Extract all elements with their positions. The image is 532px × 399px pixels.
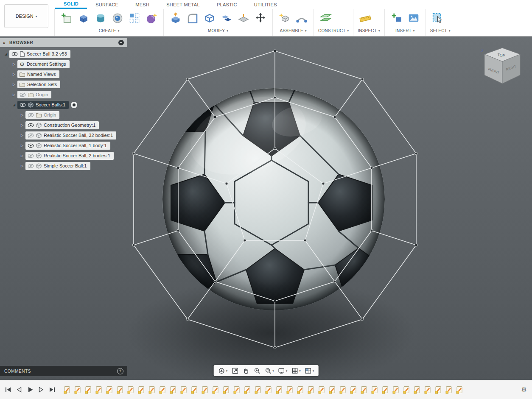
canvas-button[interactable] <box>406 10 421 26</box>
group-label-create[interactable]: CREATE▾ <box>59 27 159 33</box>
group-label-construct[interactable]: CONSTRUCT▾ <box>318 27 349 33</box>
timeline-feature-icon[interactable] <box>95 386 102 394</box>
visibility-eye-icon[interactable] <box>11 52 18 56</box>
timeline-feature-icon[interactable] <box>318 386 325 394</box>
timeline-feature-icon[interactable] <box>435 386 442 394</box>
browser-row[interactable]: ▷ Selection Sets <box>0 79 127 89</box>
timeline-feature-icon[interactable] <box>329 386 336 394</box>
timeline-feature-icon[interactable] <box>308 386 314 394</box>
browser-item-chip[interactable]: Soccer Ball 3.2 v53 <box>9 50 70 58</box>
browser-row[interactable]: ▷ Named Views <box>0 69 127 79</box>
joint-button[interactable] <box>294 10 309 26</box>
shell-button[interactable] <box>202 10 217 26</box>
timeline-feature-icon[interactable] <box>255 386 261 394</box>
tree-expander-icon[interactable]: ▷ <box>11 73 17 76</box>
timeline-feature-icon[interactable] <box>265 386 272 394</box>
measure-button[interactable] <box>358 10 373 26</box>
timeline-feature-icon[interactable] <box>170 386 176 394</box>
activate-component-radio[interactable] <box>71 102 77 108</box>
visibility-eye-off-icon[interactable] <box>28 113 34 117</box>
minimize-panel-icon[interactable]: − <box>118 40 124 45</box>
browser-row[interactable]: ▷ Construction Geometry:1 <box>0 120 127 130</box>
timeline-feature-icon[interactable] <box>223 386 230 394</box>
timeline-feature-icon[interactable] <box>403 386 410 394</box>
step-forward-button[interactable] <box>36 385 46 394</box>
soccer-ball-model[interactable] <box>162 83 385 310</box>
select-button[interactable] <box>430 10 445 26</box>
visibility-eye-icon[interactable] <box>20 103 26 107</box>
browser-item-chip[interactable]: Realistic Soccer Ball, 32 bodies:1 <box>25 131 116 140</box>
browser-item-chip[interactable]: Soccer Balls:1 <box>17 101 69 109</box>
sphere-button[interactable] <box>110 10 125 26</box>
timeline-feature-icon[interactable] <box>191 386 198 394</box>
tab-utilities[interactable]: UTILITIES <box>246 0 286 9</box>
group-label-inspect[interactable]: INSPECT▾ <box>358 27 380 33</box>
timeline-feature-icon[interactable] <box>233 386 240 394</box>
tree-expander-icon[interactable]: ▷ <box>19 144 25 148</box>
add-comment-icon[interactable]: + <box>117 368 123 374</box>
browser-item-chip[interactable]: Origin <box>25 111 59 119</box>
look-at-button[interactable] <box>230 365 240 376</box>
group-label-modify[interactable]: MODIFY▾ <box>168 27 268 33</box>
tree-expander-icon[interactable]: ▷ <box>11 83 17 86</box>
collapse-panel-icon[interactable]: « <box>0 40 8 45</box>
group-label-assemble[interactable]: ASSEMBLE▾ <box>277 27 309 33</box>
tree-expander-icon[interactable]: ▷ <box>11 62 17 66</box>
browser-row[interactable]: ▷ Origin <box>0 110 127 120</box>
timeline-feature-icon[interactable] <box>445 386 452 394</box>
timeline-settings-gear-icon[interactable]: ⚙ <box>521 386 527 393</box>
pattern-button[interactable] <box>127 10 142 26</box>
tree-expander-icon[interactable]: ▷ <box>19 134 25 137</box>
timeline-feature-icon[interactable] <box>424 386 431 394</box>
view-cube[interactable]: Z TOP FRONT RIGHT <box>478 43 529 89</box>
pan-button[interactable] <box>241 365 251 376</box>
browser-header[interactable]: « BROWSER − <box>0 38 127 47</box>
browser-item-chip[interactable]: Selection Sets <box>17 81 60 88</box>
group-label-select[interactable]: SELECT▾ <box>430 27 451 33</box>
timeline-feature-icon[interactable] <box>382 386 389 394</box>
zoom-window-button[interactable]: ▾ <box>263 365 276 376</box>
viewport-3d[interactable]: Z TOP FRONT RIGHT « BROWSER − ◢ Soccer B… <box>0 36 532 380</box>
play-button[interactable] <box>25 385 35 394</box>
timeline-feature-icon[interactable] <box>244 386 251 394</box>
construct-plane-button[interactable] <box>318 10 333 26</box>
zoom-button[interactable] <box>252 365 262 376</box>
visibility-eye-off-icon[interactable] <box>28 164 34 168</box>
group-label-insert[interactable]: INSERT▾ <box>389 27 421 33</box>
browser-item-chip[interactable]: ⚙ Document Settings <box>17 60 70 68</box>
tab-sheet-metal[interactable]: SHEET METAL <box>158 0 208 9</box>
create-sketch-button[interactable] <box>59 10 74 26</box>
viewports-button[interactable]: ▾ <box>303 365 316 376</box>
tree-expander-icon[interactable]: ▷ <box>19 164 25 168</box>
browser-item-chip[interactable]: Origin <box>17 91 51 98</box>
new-component-button[interactable] <box>277 10 292 26</box>
timeline-feature-icon[interactable] <box>117 386 123 394</box>
timeline-feature-icon[interactable] <box>361 386 367 394</box>
form-button[interactable] <box>144 10 159 26</box>
orbit-button[interactable]: ▾ <box>216 365 230 376</box>
timeline-feature-icon[interactable] <box>297 386 304 394</box>
browser-item-chip[interactable]: Construction Geometry:1 <box>25 121 99 129</box>
tab-solid[interactable]: SOLID <box>55 0 87 9</box>
timeline-feature-icon[interactable] <box>414 386 420 394</box>
browser-row[interactable]: ▷ Realistic Soccer Ball, 2 bodies:1 <box>0 151 127 161</box>
browser-row[interactable]: ◢ Soccer Ball 3.2 v53 <box>0 49 127 59</box>
move-copy-button[interactable] <box>253 10 268 26</box>
press-pull-button[interactable] <box>168 10 183 26</box>
timeline-feature-icon[interactable] <box>64 386 70 394</box>
timeline-feature-icon[interactable] <box>127 386 134 394</box>
step-back-button[interactable] <box>14 385 24 394</box>
timeline-feature-icon[interactable] <box>276 386 283 394</box>
skip-to-end-button[interactable] <box>48 385 57 394</box>
timeline-feature-icon[interactable] <box>106 386 113 394</box>
box-button[interactable] <box>76 10 91 26</box>
timeline-feature-icon[interactable] <box>286 386 293 394</box>
grid-button[interactable]: ▾ <box>289 365 302 376</box>
browser-row[interactable]: ▷ Realistic Soccer Ball, 32 bodies:1 <box>0 130 127 140</box>
browser-item-chip[interactable]: Realistic Soccer Ball, 1 body:1 <box>25 142 110 150</box>
browser-item-chip[interactable]: Realistic Soccer Ball, 2 bodies:1 <box>25 152 114 160</box>
timeline-feature-icon[interactable] <box>138 386 145 394</box>
timeline-feature-icon[interactable] <box>456 386 463 394</box>
browser-row[interactable]: ▷ ⚙ Document Settings <box>0 59 127 69</box>
browser-item-chip[interactable]: Simple Soccer Ball:1 <box>25 162 90 170</box>
